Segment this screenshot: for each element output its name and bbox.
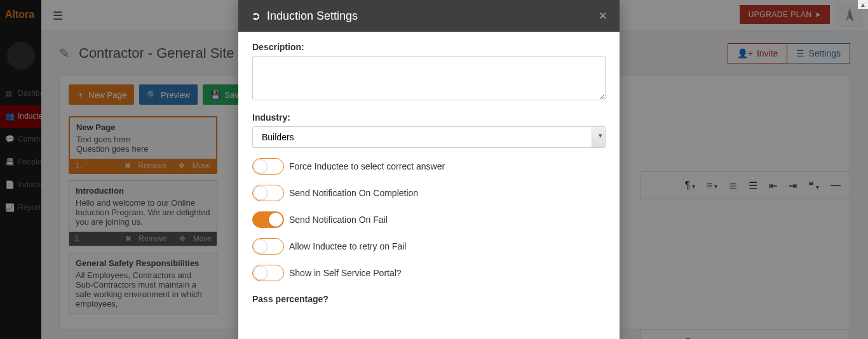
toggle-switch[interactable] — [252, 211, 284, 228]
induction-settings-modal: ➲ Induction Settings × Description: Indu… — [238, 0, 620, 339]
toggle-switch[interactable] — [252, 185, 284, 201]
description-label: Description: — [252, 42, 606, 52]
pass-percentage-label: Pass percentage? — [252, 294, 606, 304]
toggle-retry-fail: Allow Inductee to retry on Fail — [252, 238, 606, 255]
login-icon: ➲ — [251, 9, 261, 23]
toggle-notify-fail: Send Notification On Fail — [252, 211, 606, 228]
toggle-label: Send Notification On Fail — [289, 215, 388, 225]
toggle-label: Allow Inductee to retry on Fail — [289, 241, 406, 251]
toggle-label: Show in Self Service Portal? — [289, 268, 402, 278]
toggle-switch[interactable] — [252, 238, 284, 255]
industry-select[interactable]: Builders — [252, 126, 606, 148]
scroll-up-icon[interactable]: ▲ — [858, 0, 868, 9]
description-input[interactable] — [252, 56, 606, 100]
toggle-switch[interactable] — [252, 158, 284, 175]
toggle-self-service: Show in Self Service Portal? — [252, 265, 606, 281]
toggle-label: Send Notification On Completion — [289, 188, 418, 198]
toggle-force-correct: Force Inductee to select correct answer — [252, 158, 606, 175]
modal-title: Induction Settings — [267, 10, 358, 23]
toggle-switch[interactable] — [252, 265, 284, 281]
industry-label: Industry: — [252, 112, 606, 123]
toggle-label: Force Inductee to select correct answer — [289, 161, 445, 171]
toggle-notify-completion: Send Notification On Completion — [252, 185, 606, 201]
modal-body: Description: Industry: Builders Force In… — [238, 32, 620, 339]
modal-header: ➲ Induction Settings × — [238, 0, 620, 32]
modal-close-button[interactable]: × — [599, 9, 607, 23]
